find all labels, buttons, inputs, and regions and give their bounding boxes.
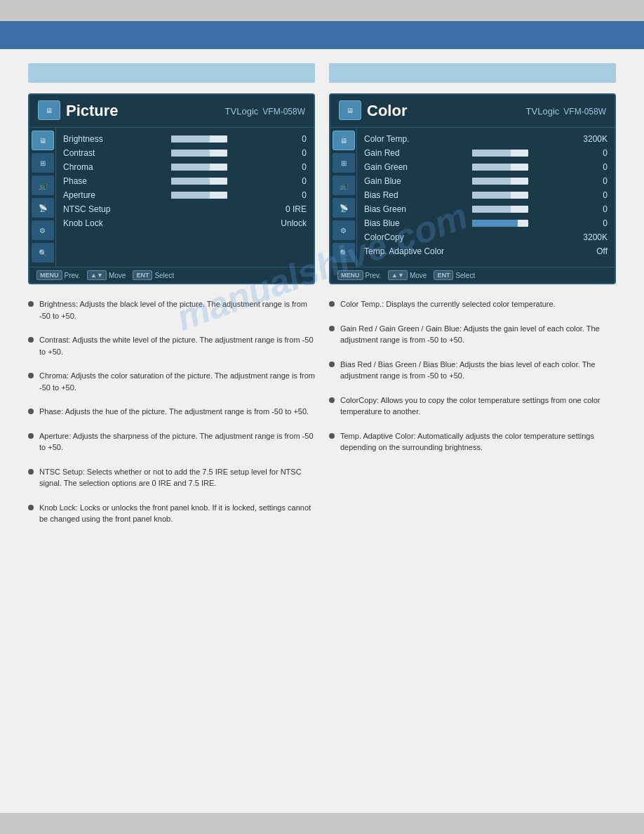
- color-nav-key: ▲▼: [388, 270, 408, 280]
- color-item-bar-fill: [472, 220, 518, 227]
- page-header: [0, 21, 644, 49]
- bullet-item: Gain Red / Gain Green / Gain Blue: Adjus…: [329, 323, 616, 346]
- sidebar-icon-1: 🖥: [32, 131, 54, 150]
- picture-item-value: 0: [279, 176, 307, 186]
- picture-item-row: Chroma0: [63, 160, 307, 174]
- picture-item-bar-fill: [171, 178, 210, 185]
- enter-key: ENT: [133, 270, 152, 280]
- color-temp-value: 3200K: [583, 134, 608, 144]
- picture-panel: 🖥 Picture TVLogic VFM-058W 🖥 ⊞: [28, 93, 315, 284]
- bullet-dot: [28, 373, 34, 378]
- picture-item-value: 0: [279, 162, 307, 172]
- color-item-label: Gain Blue: [364, 176, 420, 186]
- color-item-label: Bias Green: [364, 204, 420, 214]
- color-panel-model: VFM-058W: [563, 107, 606, 117]
- picture-item-label: Knob Lock: [63, 218, 119, 228]
- color-item-value: 0: [579, 204, 608, 214]
- sidebar-icon-2: ⊞: [32, 153, 54, 173]
- bullet-dot: [28, 337, 34, 343]
- bullet-dot: [28, 409, 34, 414]
- nav-key: ▲▼: [87, 270, 107, 280]
- color-sidebar-icon-2: ⊞: [333, 153, 355, 173]
- monitor-icon: 🖥: [46, 107, 53, 114]
- nav-label: Move: [109, 272, 126, 279]
- picture-item-bar-fill: [171, 150, 210, 157]
- panels-row: 🖥 Picture TVLogic VFM-058W 🖥 ⊞: [28, 93, 616, 284]
- color-enter-btn: ENT Select: [434, 270, 475, 280]
- color-sidebar-icon-5: ⚙: [333, 220, 355, 240]
- bullet-text: Bias Red / Bias Green / Bias Blue: Adjus…: [340, 359, 616, 382]
- color-item-bar-area: [420, 220, 579, 227]
- color-panel-footer: MENU Prev. ▲▼ Move ENT Select: [330, 267, 615, 283]
- bullet-text: Aperture: Adjusts the sharpness of the p…: [39, 430, 315, 454]
- bullet-dot: [28, 469, 34, 475]
- picture-item-row: NTSC Setup0 IRE: [63, 202, 307, 216]
- picture-item-label: NTSC Setup: [63, 204, 119, 214]
- picture-item-bar: [171, 135, 227, 143]
- color-enter-label: Select: [455, 272, 475, 279]
- color-sidebar-icon-1: 🖥: [333, 131, 355, 150]
- color-item-bar: [472, 220, 528, 227]
- bullet-dot: [329, 326, 335, 331]
- color-item-label: Gain Green: [364, 162, 420, 172]
- color-temp-label: Color Temp.: [364, 134, 409, 144]
- bullet-text: Gain Red / Gain Green / Gain Blue: Adjus…: [340, 323, 616, 346]
- picture-item-value: 0: [279, 134, 307, 144]
- color-nav-label: Move: [410, 272, 427, 279]
- left-section-header: [28, 63, 315, 83]
- picture-panel-icon: 🖥: [38, 100, 60, 120]
- right-section-header: [329, 63, 616, 83]
- picture-item-label: Aperture: [63, 190, 119, 200]
- picture-item-row: Brightness0: [63, 132, 307, 146]
- color-item-value: 0: [579, 218, 608, 228]
- color-item-value: 0: [579, 176, 608, 186]
- picture-item-bar-area: [119, 135, 279, 143]
- color-temp-row: Color Temp.3200K: [364, 132, 608, 146]
- picture-item-value: 0: [279, 148, 307, 158]
- bullet-item: Contrast: Adjusts the white level of the…: [28, 334, 315, 357]
- page-footer: [0, 813, 644, 834]
- color-sidebar-icon-3: 📺: [333, 176, 355, 195]
- menu-key: MENU: [36, 270, 62, 280]
- picture-item-bar-fill: [171, 135, 210, 143]
- color-item-row: ColorCopy3200K: [364, 230, 608, 244]
- picture-item-row: Contrast0: [63, 146, 307, 160]
- picture-item-bar: [171, 164, 227, 171]
- color-item-row: Bias Blue0: [364, 216, 608, 230]
- color-item-label: ColorCopy: [364, 232, 420, 242]
- sidebar-icon-6: 🔍: [32, 243, 54, 263]
- picture-item-label: Chroma: [63, 162, 119, 172]
- picture-item-bar-area: [119, 150, 279, 157]
- picture-item-row: Knob LockUnlock: [63, 216, 307, 230]
- color-item-row: Gain Blue0: [364, 174, 608, 188]
- color-item-value: Off: [579, 246, 608, 256]
- picture-item-label: Contrast: [63, 148, 119, 158]
- picture-icon-sidebar: 🖥 ⊞ 📺 📡 ⚙ 🔍: [29, 128, 56, 267]
- picture-menu-btn: MENU Prev.: [36, 270, 80, 280]
- bullet-dot: [329, 362, 335, 367]
- picture-panel-brand: TVLogic: [225, 106, 259, 117]
- top-bar: [0, 0, 644, 21]
- right-content-col: Color Temp.: Displays the currently sele…: [329, 298, 616, 538]
- color-item-bar: [472, 164, 528, 171]
- color-menu-btn: MENU Prev.: [337, 270, 381, 280]
- color-item-value: 0: [579, 148, 608, 158]
- color-item-value: 3200K: [579, 232, 608, 242]
- color-enter-key: ENT: [434, 270, 453, 280]
- bullet-dot: [28, 505, 34, 510]
- picture-item-bar-fill: [171, 164, 210, 171]
- bullet-text: Color Temp.: Displays the currently sele…: [340, 298, 556, 310]
- bullet-dot: [329, 301, 335, 307]
- color-menu-label: Prev.: [365, 272, 382, 279]
- color-nav-btn: ▲▼ Move: [388, 270, 427, 280]
- bullet-text: Phase: Adjusts the hue of the picture. T…: [39, 406, 309, 418]
- picture-panel-body: 🖥 ⊞ 📺 📡 ⚙ 🔍: [29, 128, 314, 267]
- bullet-item: Temp. Adaptive Color: Automatically adju…: [329, 430, 616, 454]
- picture-item-value: 0 IRE: [279, 204, 307, 214]
- picture-item-row: Aperture0: [63, 188, 307, 202]
- bullet-item: Aperture: Adjusts the sharpness of the p…: [28, 430, 315, 454]
- bullet-item: Phase: Adjusts the hue of the picture. T…: [28, 406, 315, 418]
- color-item-bar-fill: [472, 150, 511, 157]
- bullet-dot: [28, 433, 34, 439]
- bullet-item: Knob Lock: Locks or unlocks the front pa…: [28, 502, 315, 525]
